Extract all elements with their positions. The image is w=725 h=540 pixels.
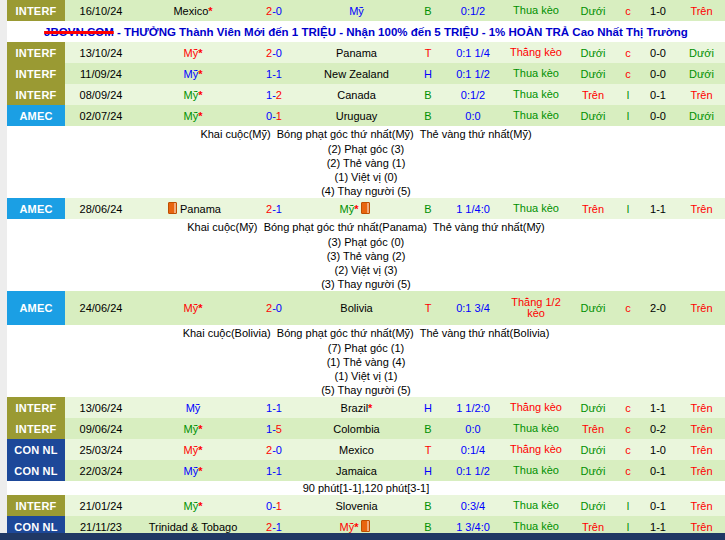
- handicap-odds: 0:1 1/2: [442, 68, 504, 80]
- full-time-score: 2-0: [249, 302, 299, 314]
- over-under-result: Trên: [568, 89, 618, 101]
- match-row[interactable]: AMEC02/07/24Mỹ*0-1UruguayB0:0Thua kèoDướ…: [7, 105, 725, 126]
- handicap-result: Thua kèo: [504, 500, 568, 511]
- corner-score: 0-1: [638, 465, 678, 477]
- team-name: Mỹ: [184, 444, 199, 456]
- favourite-star-icon: *: [198, 444, 202, 456]
- ad-banner[interactable]: JBOVN.COM - THƯỞNG Thành Viên Mới đến 1 …: [7, 21, 725, 42]
- match-stats-header: Khai cuộc(Mỹ) Bóng phạt góc thứ nhất(Mỹ)…: [7, 126, 725, 142]
- favourite-star-icon: *: [198, 110, 202, 122]
- corner-flag: c: [618, 444, 638, 456]
- favourite-star-icon: *: [368, 402, 372, 414]
- red-card-icon: [361, 520, 370, 532]
- favourite-star-icon: *: [354, 521, 358, 533]
- corner-over-under: Trên: [678, 423, 725, 435]
- full-time-score: 2-1: [249, 203, 299, 215]
- match-stat-line: (1) Việt vị (1): [7, 369, 725, 383]
- league-badge: CON NL: [7, 460, 65, 481]
- corner-score: 0-0: [638, 47, 678, 59]
- section-divider-bar: [0, 533, 725, 540]
- handicap-side: B: [414, 5, 442, 17]
- away-goals: 0: [276, 302, 282, 314]
- away-team: Colombia: [299, 423, 414, 435]
- match-stat-line: (2) Thẻ vàng (1): [7, 156, 725, 170]
- away-goals: 0: [276, 47, 282, 59]
- team-name: Mexico: [339, 444, 374, 456]
- corner-flag: l: [618, 89, 638, 101]
- ad-text: - THƯỞNG Thành Viên Mới đến 1 TRIỆU - Nh…: [114, 26, 688, 38]
- full-time-score: 1-1: [249, 465, 299, 477]
- match-date: 13/10/24: [65, 47, 137, 59]
- match-stat-line: (3) Thay người (5): [7, 277, 725, 291]
- corner-score: 0-1: [638, 89, 678, 101]
- handicap-side: B: [414, 203, 442, 215]
- over-under-result: Dưới: [568, 110, 618, 122]
- corner-flag: c: [618, 465, 638, 477]
- handicap-odds: 0:1/2: [442, 89, 504, 101]
- match-row[interactable]: INTERF21/01/24Mỹ*0-1SloveniaB0:3/4Thua k…: [7, 495, 725, 516]
- match-row[interactable]: INTERF13/10/24Mỹ*2-0PanamaT0:1 1/4Thắng …: [7, 42, 725, 63]
- full-time-score: 1-1: [249, 402, 299, 414]
- match-stat-line: (2) Phạt góc (3): [7, 142, 725, 156]
- handicap-side: H: [414, 465, 442, 477]
- corner-over-under: Trên: [678, 444, 725, 456]
- corner-over-under: Trên: [678, 465, 725, 477]
- away-goals: 1: [276, 203, 282, 215]
- over-under-result: Trên: [568, 203, 618, 215]
- match-row[interactable]: CON NL22/03/24Mỹ*1-1JamaicaH0:1 1/2Thua …: [7, 460, 725, 481]
- team-name: Mỹ: [349, 5, 364, 17]
- handicap-odds: 0:0: [442, 110, 504, 122]
- match-row[interactable]: INTERF11/09/24Mỹ*1-1New ZealandH0:1 1/2T…: [7, 63, 725, 84]
- match-date: 25/03/24: [65, 444, 137, 456]
- match-stats-header: Khai cuộc(Bolivia) Bóng phạt góc thứ nhấ…: [7, 325, 725, 341]
- corner-over-under: Trên: [678, 500, 725, 512]
- handicap-side: B: [414, 521, 442, 533]
- team-name: Mexico: [173, 5, 208, 17]
- favourite-star-icon: *: [198, 465, 202, 477]
- corner-flag: l: [618, 500, 638, 512]
- team-name: Bolivia: [340, 302, 372, 314]
- full-time-score: 1-1: [249, 68, 299, 80]
- corner-flag: c: [618, 68, 638, 80]
- match-date: 16/10/24: [65, 5, 137, 17]
- corner-over-under: Trên: [678, 402, 725, 414]
- match-row[interactable]: INTERF08/09/24Mỹ*1-2CanadaB0:1/2Thua kèo…: [7, 84, 725, 105]
- handicap-odds: 0:1 3/4: [442, 302, 504, 314]
- team-name: Panama: [180, 203, 221, 215]
- ad-domain[interactable]: JBOVN.COM: [44, 26, 114, 38]
- favourite-star-icon: *: [354, 203, 358, 215]
- corner-score: 1-0: [638, 5, 678, 17]
- match-row[interactable]: INTERF09/06/24Mỹ*1-5ColombiaB0:0Thua kèo…: [7, 418, 725, 439]
- match-history-panel: INTERF16/10/24Mexico*2-0MỹB0:1/2Thua kèo…: [0, 0, 725, 540]
- home-team: Mỹ*: [137, 110, 249, 122]
- match-row[interactable]: AMEC28/06/24Panama2-1Mỹ*B1 1/4:0Thua kèo…: [7, 198, 725, 219]
- handicap-side: H: [414, 68, 442, 80]
- favourite-star-icon: *: [198, 500, 202, 512]
- handicap-side: T: [414, 302, 442, 314]
- over-under-result: Dưới: [568, 444, 618, 456]
- match-row[interactable]: INTERF16/10/24Mexico*2-0MỹB0:1/2Thua kèo…: [7, 0, 725, 21]
- away-goals: 5: [276, 423, 282, 435]
- handicap-result: Thua kèo: [504, 203, 568, 214]
- team-name: Mỹ: [184, 500, 199, 512]
- handicap-odds: 0:3/4: [442, 500, 504, 512]
- over-under-result: Dưới: [568, 302, 618, 314]
- home-team: Mỹ: [137, 402, 249, 414]
- corner-score: 0-0: [638, 110, 678, 122]
- match-row[interactable]: INTERF13/06/24Mỹ1-1Brazil*H1 1/2:0Thắng …: [7, 397, 725, 418]
- handicap-result: Thua kèo: [504, 465, 568, 476]
- league-badge: INTERF: [7, 84, 65, 105]
- home-team: Mỹ*: [137, 302, 249, 314]
- away-goals: 0: [276, 444, 282, 456]
- full-time-score: 1-2: [249, 89, 299, 101]
- corner-over-under: Dưới: [678, 68, 725, 80]
- match-stat-line: (5) Thay người (5): [7, 383, 725, 397]
- home-team: Mỹ*: [137, 89, 249, 101]
- red-card-icon: [361, 202, 370, 214]
- match-row[interactable]: CON NL25/03/24Mỹ*2-0MexicoT0:1/4Thắng kè…: [7, 439, 725, 460]
- away-team: Jamaica: [299, 465, 414, 477]
- corner-score: 1-1: [638, 203, 678, 215]
- away-team: Mỹ: [299, 5, 414, 17]
- match-row[interactable]: AMEC24/06/24Mỹ*2-0BoliviaT0:1 3/4Thắng 1…: [7, 291, 725, 325]
- away-goals: 1: [276, 521, 282, 533]
